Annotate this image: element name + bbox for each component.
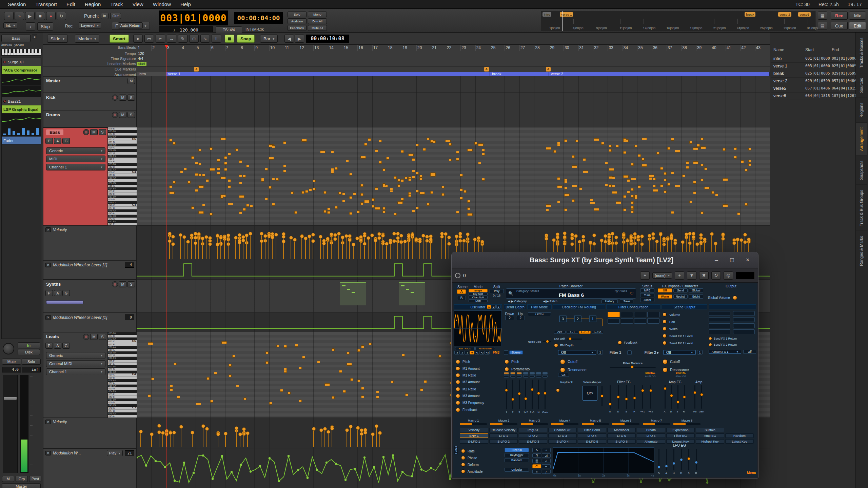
mixer-solo-1[interactable] xyxy=(504,375,509,378)
menu-edit[interactable]: Edit xyxy=(62,1,80,8)
location-start[interactable]: 057|01|0486 xyxy=(805,86,830,90)
midi-note[interactable] xyxy=(408,154,414,156)
midi-note[interactable] xyxy=(623,151,626,154)
global-volume-knob[interactable] xyxy=(733,296,737,300)
midi-note[interactable] xyxy=(456,211,459,214)
midi-note[interactable] xyxy=(347,352,350,354)
velocity-event[interactable] xyxy=(375,241,376,259)
midi-note[interactable] xyxy=(408,178,411,181)
page-edit-button[interactable]: Edit xyxy=(849,22,866,30)
lfoeg-slider-0[interactable] xyxy=(658,449,659,470)
fx-type[interactable]: Off xyxy=(743,350,756,354)
arrangement-break[interactable]: break xyxy=(490,72,549,76)
mixer-solo-2[interactable] xyxy=(510,375,515,378)
velocity-event[interactable] xyxy=(195,244,196,259)
midi-note[interactable] xyxy=(347,363,352,366)
midi-note[interactable] xyxy=(649,177,652,180)
midi-note[interactable] xyxy=(288,392,291,394)
filter-bar-scene[interactable]: Scene xyxy=(509,350,523,354)
filter-config-3[interactable] xyxy=(647,312,659,317)
aeg-mode-off[interactable]: ANALOG xyxy=(673,375,689,378)
tempo-marker[interactable]: 120 xyxy=(138,52,144,56)
key-55[interactable]: 055 G xyxy=(108,387,137,390)
modsource-pitch-bend[interactable]: Pitch Bend xyxy=(578,428,606,432)
osc-octave-1[interactable]: -2 xyxy=(459,351,464,354)
velocity-event[interactable] xyxy=(246,236,247,259)
aeg-slider-a-0-handle[interactable] xyxy=(664,387,667,390)
osc-display[interactable] xyxy=(454,310,502,346)
midi-note[interactable] xyxy=(693,181,696,183)
midi-note[interactable] xyxy=(284,368,287,370)
modsource-lfo-5[interactable]: LFO 5 xyxy=(607,433,636,438)
velocity-event[interactable] xyxy=(173,245,173,259)
midi-note[interactable] xyxy=(323,191,327,194)
track-s-button[interactable]: S xyxy=(127,112,135,118)
midi-note[interactable] xyxy=(265,361,269,364)
lane-value[interactable]: 0 xyxy=(125,314,134,320)
midi-note[interactable] xyxy=(184,168,187,170)
record-arm-button[interactable] xyxy=(83,129,89,135)
mode-dual[interactable]: Dual xyxy=(469,299,488,302)
midi-note[interactable] xyxy=(623,195,626,198)
velocity-event[interactable] xyxy=(305,239,306,259)
mixer-mute-Gain[interactable] xyxy=(542,372,548,374)
fx-return-0[interactable]: Send FX 1 Return xyxy=(709,336,756,341)
midi-note[interactable] xyxy=(616,145,619,147)
midi-note[interactable] xyxy=(198,163,201,165)
midi-note[interactable] xyxy=(638,154,641,157)
midi-note[interactable] xyxy=(612,177,615,179)
key-60[interactable]: 060 CC4 xyxy=(108,171,137,174)
nudge-back-button[interactable]: ◀ xyxy=(284,35,294,43)
sync-source-select[interactable]: Int. xyxy=(3,22,17,28)
midi-note[interactable] xyxy=(605,162,608,164)
fxbypass-global[interactable]: Global xyxy=(689,288,703,292)
osc-drift-handle[interactable] xyxy=(569,337,572,340)
modsource-expression[interactable]: Expression xyxy=(666,428,695,432)
filter-config-7[interactable] xyxy=(647,318,659,324)
midi-note[interactable] xyxy=(748,163,751,166)
arrangement-verse-2[interactable]: verse 2 xyxy=(549,72,770,76)
key-73[interactable]: 073 C# xyxy=(108,338,137,340)
modsource-s-lfo-1[interactable]: S-LFO 1 xyxy=(460,439,488,444)
midi-note[interactable] xyxy=(546,204,551,207)
midi-note[interactable] xyxy=(361,395,364,398)
key-68[interactable]: 068 G# xyxy=(108,149,137,152)
location-name[interactable]: verse5 xyxy=(773,86,786,91)
midi-note[interactable] xyxy=(745,203,748,206)
midi-note[interactable] xyxy=(379,140,382,142)
key-63[interactable]: 063 D# xyxy=(108,163,137,166)
velocity-event[interactable] xyxy=(331,235,332,259)
tool-6-icon[interactable]: ∿ xyxy=(200,35,210,43)
midi-note[interactable] xyxy=(609,149,612,152)
midi-note[interactable] xyxy=(557,185,563,188)
track-dropdown-generic[interactable]: Generic xyxy=(46,352,105,359)
midi-note[interactable] xyxy=(299,367,302,369)
midi-note[interactable] xyxy=(612,191,617,194)
track-s-button[interactable]: S xyxy=(99,334,106,340)
ruler-label-location-markers[interactable]: Location Markers xyxy=(44,62,136,66)
lfo-amplitude-knob[interactable] xyxy=(461,469,465,473)
midi-note[interactable] xyxy=(195,173,198,176)
menu-help[interactable]: Help xyxy=(176,1,195,8)
delete-preset-icon[interactable]: ✖ xyxy=(699,271,709,280)
processor-bass21[interactable]: Bass21 xyxy=(2,97,41,105)
midi-note[interactable] xyxy=(671,138,674,141)
ruler-label-time-signature[interactable]: Time Signature xyxy=(44,57,136,61)
velocity-event[interactable] xyxy=(368,239,369,260)
midi-note[interactable] xyxy=(631,210,634,213)
mixer-slider-3[interactable] xyxy=(519,380,520,409)
midi-note[interactable] xyxy=(482,149,485,151)
play-button[interactable]: ▶ xyxy=(25,12,35,20)
velocity-event[interactable] xyxy=(390,243,391,259)
location-name[interactable]: break xyxy=(773,71,784,76)
osc-octave-0[interactable]: -3 xyxy=(454,351,459,354)
midi-note[interactable] xyxy=(261,179,264,182)
midi-note[interactable] xyxy=(220,138,226,140)
midi-note[interactable] xyxy=(376,391,379,393)
aeg-mode-on[interactable]: DIGITAL xyxy=(673,371,689,374)
velocity-event[interactable] xyxy=(243,430,244,447)
midi-note[interactable] xyxy=(342,192,345,195)
midi-note[interactable] xyxy=(402,354,405,357)
midi-note[interactable] xyxy=(675,185,680,187)
filter-config-6[interactable] xyxy=(634,318,646,324)
